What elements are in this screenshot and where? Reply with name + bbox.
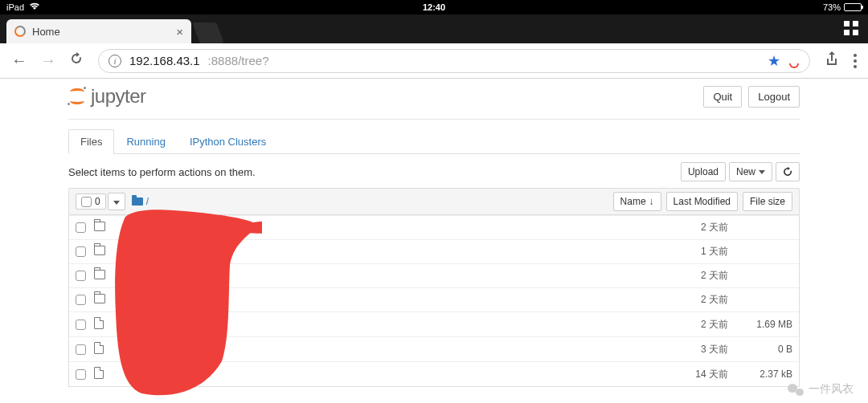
item-size: 1.69 MB xyxy=(728,319,792,330)
tab-running[interactable]: Running xyxy=(114,129,177,154)
battery-icon xyxy=(844,3,862,11)
address-bar[interactable]: i 192.168.43.1:8888/tree? ★ xyxy=(98,49,810,73)
row-checkbox[interactable] xyxy=(76,295,86,305)
sort-name[interactable]: Name ↓ xyxy=(613,192,661,211)
list-item[interactable]: 2 天前 xyxy=(69,263,799,287)
item-modified: 2 天前 xyxy=(632,318,728,332)
folder-icon xyxy=(94,246,107,258)
row-checkbox[interactable] xyxy=(76,344,86,355)
upload-button[interactable]: Upload xyxy=(681,162,726,181)
list-item[interactable]: 3 天前0 B xyxy=(69,336,799,361)
wechat-icon xyxy=(788,382,804,397)
folder-icon xyxy=(94,270,107,282)
file-list: 2 天前1 天前2 天前2 天前2 天前1.69 MB3 天前0 B14 天前2… xyxy=(68,215,800,387)
bookmark-star-icon[interactable]: ★ xyxy=(768,52,780,70)
ipad-status-bar: iPad 12:40 73% xyxy=(0,0,868,14)
file-icon xyxy=(94,317,107,332)
breadcrumb-root: / xyxy=(146,196,149,207)
item-modified: 2 天前 xyxy=(632,293,728,307)
breadcrumb[interactable]: / xyxy=(132,196,149,207)
list-item[interactable]: 14 天前2.37 kB xyxy=(69,361,799,386)
row-checkbox[interactable] xyxy=(76,222,86,233)
row-checkbox[interactable] xyxy=(76,369,86,380)
jupyter-header: jupyter Quit Logout xyxy=(68,79,800,120)
folder-icon xyxy=(94,294,107,306)
row-checkbox[interactable] xyxy=(76,246,86,257)
select-all-checkbox[interactable] xyxy=(81,197,92,207)
chevron-down-icon xyxy=(759,170,765,174)
watermark-text: 一件风衣 xyxy=(809,382,854,397)
voice-search-icon[interactable] xyxy=(788,54,800,68)
close-tab-icon[interactable]: × xyxy=(176,25,183,39)
arrow-down-icon: ↓ xyxy=(649,196,654,207)
row-checkbox[interactable] xyxy=(76,271,86,281)
jupyter-brand-text: jupyter xyxy=(91,85,146,108)
item-size: 2.37 kB xyxy=(728,368,792,380)
share-icon[interactable] xyxy=(825,51,839,71)
list-header: 0 / Name ↓ Last Modified File size xyxy=(68,188,800,215)
device-label: iPad xyxy=(6,2,24,12)
battery-percent: 73% xyxy=(823,2,841,12)
chevron-down-icon xyxy=(113,201,120,205)
folder-icon xyxy=(132,197,143,206)
list-item[interactable]: 2 天前1.69 MB xyxy=(69,311,799,336)
row-checkbox[interactable] xyxy=(76,320,86,330)
tab-clusters[interactable]: IPython Clusters xyxy=(178,129,278,154)
notebook-tabs: Files Running IPython Clusters xyxy=(68,129,800,154)
refresh-button[interactable] xyxy=(776,162,800,181)
url-host: 192.168.43.1 xyxy=(129,54,200,67)
site-info-icon[interactable]: i xyxy=(108,55,121,67)
select-menu[interactable] xyxy=(108,193,125,210)
browser-tab-strip: Home × xyxy=(0,14,868,43)
file-toolbar: Select items to perform actions on them.… xyxy=(68,162,800,181)
folder-icon xyxy=(94,222,107,234)
item-modified: 2 天前 xyxy=(632,269,728,283)
list-item[interactable]: 1 天前 xyxy=(69,239,799,263)
back-button[interactable]: ← xyxy=(11,51,26,70)
select-count: 0 xyxy=(95,196,100,207)
item-modified: 1 天前 xyxy=(632,245,728,258)
new-dropdown[interactable]: New xyxy=(729,162,772,181)
logout-button[interactable]: Logout xyxy=(748,86,800,108)
forward-button[interactable]: → xyxy=(40,51,55,70)
file-icon xyxy=(94,367,107,381)
jupyter-favicon xyxy=(14,26,26,37)
select-all[interactable]: 0 xyxy=(76,193,106,210)
list-item[interactable]: 2 天前 xyxy=(69,215,799,239)
item-size: 0 B xyxy=(728,344,792,355)
tabs-overview-icon[interactable] xyxy=(844,21,858,35)
tab-files[interactable]: Files xyxy=(68,129,114,154)
sort-modified[interactable]: Last Modified xyxy=(666,192,738,211)
item-modified: 3 天前 xyxy=(632,343,728,356)
list-item[interactable]: 2 天前 xyxy=(69,287,799,311)
sort-size[interactable]: File size xyxy=(743,192,792,211)
browser-tab[interactable]: Home × xyxy=(6,19,191,43)
reload-button[interactable] xyxy=(69,51,84,70)
jupyter-logo[interactable]: jupyter xyxy=(68,85,146,108)
selection-hint: Select items to perform actions on them. xyxy=(68,166,681,178)
browser-toolbar: ← → i 192.168.43.1:8888/tree? ★ xyxy=(0,43,868,79)
quit-button[interactable]: Quit xyxy=(703,86,742,108)
item-modified: 14 天前 xyxy=(632,368,728,381)
clock: 12:40 xyxy=(423,2,445,12)
wechat-watermark: 一件风衣 xyxy=(788,382,854,397)
file-icon xyxy=(94,342,107,356)
wifi-icon xyxy=(29,2,40,12)
url-rest: :8888/tree? xyxy=(208,54,269,67)
tab-title: Home xyxy=(32,26,60,38)
item-modified: 2 天前 xyxy=(632,221,728,234)
browser-menu-icon[interactable] xyxy=(854,54,857,68)
new-tab-button[interactable] xyxy=(192,22,223,43)
